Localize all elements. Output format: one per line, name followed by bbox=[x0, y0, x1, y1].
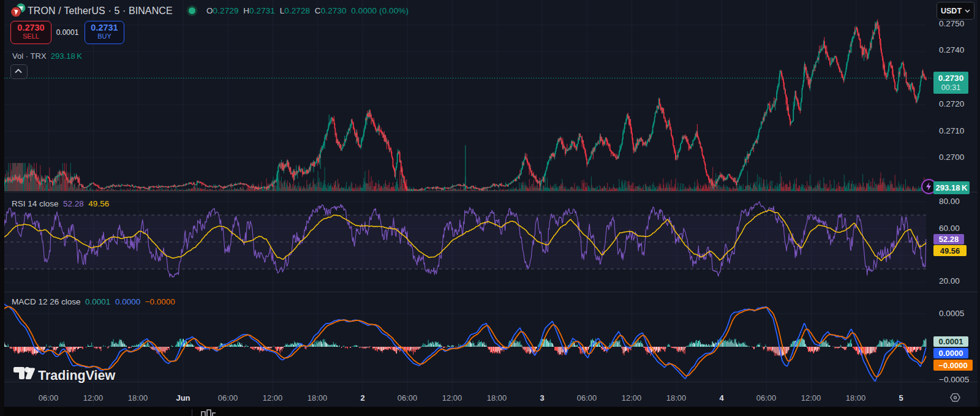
svg-text:TradingView: TradingView bbox=[38, 368, 116, 383]
